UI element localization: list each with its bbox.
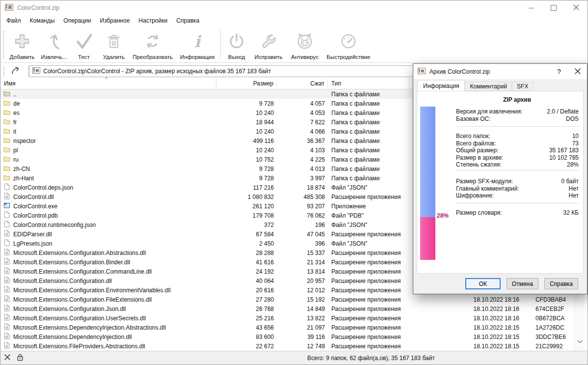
- file-type: Расширение приложения: [328, 268, 409, 275]
- file-type: Папка с файлами: [328, 110, 409, 116]
- menu-item-file[interactable]: Файл: [2, 16, 26, 25]
- file-row[interactable]: Microsoft.Extensions.Configuration.Json.…: [0, 304, 588, 313]
- menu-item-options[interactable]: Настройки: [134, 16, 172, 25]
- toolbar-exit-button[interactable]: Выход: [222, 27, 251, 62]
- folder-icon: [3, 174, 10, 182]
- file-icon: [3, 211, 10, 220]
- toolbar: ДобавитьИзвлечь...ТестУдалитьПреобразова…: [0, 26, 588, 63]
- file-row[interactable]: Microsoft.Extensions.FileProviders.Abstr…: [0, 341, 588, 351]
- file-packed-size: 15 337: [277, 250, 328, 256]
- file-type: Папка с файлами: [328, 147, 409, 154]
- file-name-cell: ColorControl.deps.json: [0, 183, 216, 192]
- maximize-button[interactable]: [542, 0, 565, 15]
- menu-item-operations[interactable]: Операции: [59, 16, 95, 25]
- title-bar: R ColorControl.zip: [0, 0, 588, 15]
- svg-text:R: R: [8, 5, 12, 10]
- address-drag-handle[interactable]: [3, 66, 4, 76]
- dialog-help-button[interactable]: Справка: [544, 278, 578, 289]
- scroll-down-icon: [577, 338, 583, 345]
- file-row[interactable]: Microsoft.Extensions.Configuration.FileE…: [0, 295, 588, 304]
- file-size: 20 616: [216, 287, 277, 294]
- close-icon: [573, 4, 579, 12]
- file-name-cell: pl: [0, 146, 216, 154]
- dialog-field-label: Главный комментарий:: [456, 185, 519, 192]
- dll-icon: [3, 277, 10, 285]
- toolbar-info-button[interactable]: iИнформация: [176, 27, 219, 62]
- test-icon: [74, 31, 94, 54]
- folder-icon: [3, 137, 10, 145]
- dialog-help-button[interactable]: ?: [550, 64, 568, 79]
- file-name: it: [13, 128, 16, 135]
- dll-icon: [3, 258, 10, 266]
- dialog-field: Размер в архиве:10 102 785: [456, 154, 579, 162]
- file-name: Microsoft.Extensions.Configuration.dll: [13, 278, 112, 284]
- disconnect-drive-button[interactable]: [1, 353, 13, 364]
- file-name-cell: it: [0, 127, 216, 136]
- file-modified: 18.10.2022 18:15: [409, 343, 522, 350]
- column-header-type[interactable]: Тип: [328, 78, 409, 89]
- column-header-packed[interactable]: Сжат: [277, 78, 328, 89]
- column-header-name[interactable]: Имя ^: [0, 78, 216, 89]
- svg-text:R: R: [36, 68, 39, 73]
- toolbar-repair-button[interactable]: Исправить: [251, 27, 286, 62]
- file-name: ColorControl.exe: [13, 203, 57, 210]
- dialog-cancel-button[interactable]: Отмена: [507, 278, 538, 289]
- dialog-tab-information[interactable]: Информация: [417, 80, 465, 91]
- file-type: Папка с файлами: [328, 100, 409, 107]
- file-packed-size: 12 012: [277, 287, 328, 294]
- file-row[interactable]: Microsoft.Extensions.Configuration.UserS…: [0, 313, 588, 323]
- dll-icon: [3, 286, 10, 294]
- toolbar-drag-handle[interactable]: [3, 31, 4, 58]
- file-packed-size: 39 116: [277, 334, 328, 340]
- file-packed-size: 7 622: [277, 119, 328, 126]
- menu-item-favorites[interactable]: Избранное: [96, 16, 134, 25]
- file-size: 67 584: [216, 231, 277, 238]
- dialog-tab-comment[interactable]: Комментарий: [465, 82, 512, 91]
- file-type: Папка с файлами: [328, 128, 409, 135]
- toolbar-test-label: Тест: [78, 54, 90, 60]
- menu-item-commands[interactable]: Команды: [26, 16, 59, 25]
- file-size: 179 708: [216, 212, 277, 219]
- file-type: Расширение приложения: [328, 334, 409, 340]
- up-one-level-button[interactable]: [7, 65, 23, 78]
- file-type: Расширение приложения: [328, 250, 409, 256]
- file-packed-size: 4 013: [277, 166, 328, 172]
- file-packed-size: 93 207: [277, 203, 328, 210]
- file-name: fr: [13, 119, 17, 126]
- dialog-close-button[interactable]: [568, 64, 587, 79]
- toolbar-delete-button[interactable]: Удалить: [98, 27, 130, 62]
- file-name-cell: Microsoft.Extensions.DependencyInjection…: [0, 333, 216, 341]
- folder-icon: [3, 127, 10, 136]
- toolbar-add-button[interactable]: Добавить: [6, 27, 38, 62]
- ratio-bar-pink-segment: [420, 217, 435, 260]
- dialog-field-value: 10 102 785: [549, 154, 579, 161]
- dialog-field-value: 32 КБ: [563, 209, 579, 216]
- column-header-size[interactable]: Размер: [216, 78, 277, 89]
- file-name-cell: fr: [0, 118, 216, 126]
- dialog-ok-button[interactable]: ОК: [465, 278, 501, 289]
- toolbar-test-button[interactable]: Тест: [70, 27, 98, 62]
- file-size: 28 288: [216, 250, 277, 256]
- dialog-field-label: Общий размер:: [456, 147, 498, 154]
- close-button[interactable]: [565, 0, 588, 15]
- toolbar-convert-button[interactable]: Преобразовать: [130, 27, 176, 62]
- dll-icon: [3, 249, 10, 257]
- toolbar-benchmark-button[interactable]: Быстродействие: [323, 27, 374, 62]
- sort-asc-icon: ^: [105, 77, 107, 82]
- toolbar-exit-label: Выход: [228, 54, 245, 60]
- file-type: Файл "JSON": [328, 222, 409, 228]
- file-row[interactable]: Microsoft.Extensions.DependencyInjection…: [0, 332, 588, 341]
- file-packed-size: 4 103: [277, 147, 328, 154]
- file-row[interactable]: Microsoft.Extensions.DependencyInjection…: [0, 323, 588, 332]
- dialog-tab-sfx[interactable]: SFX: [512, 82, 533, 91]
- file-name: zh-CN: [13, 166, 30, 172]
- lock-archive-button[interactable]: [14, 353, 26, 364]
- minimize-button[interactable]: [520, 0, 542, 15]
- file-name: Microsoft.Extensions.Configuration.Json.…: [13, 306, 126, 312]
- toolbar-antivirus-button[interactable]: Антивирус: [286, 27, 323, 62]
- file-type: Расширение приложения: [328, 278, 409, 284]
- menu-item-help[interactable]: Справка: [172, 16, 204, 25]
- toolbar-extract-button[interactable]: Извлечь...: [38, 27, 70, 62]
- file-packed-size: 14 849: [277, 306, 328, 312]
- scroll-down-button[interactable]: [575, 338, 585, 345]
